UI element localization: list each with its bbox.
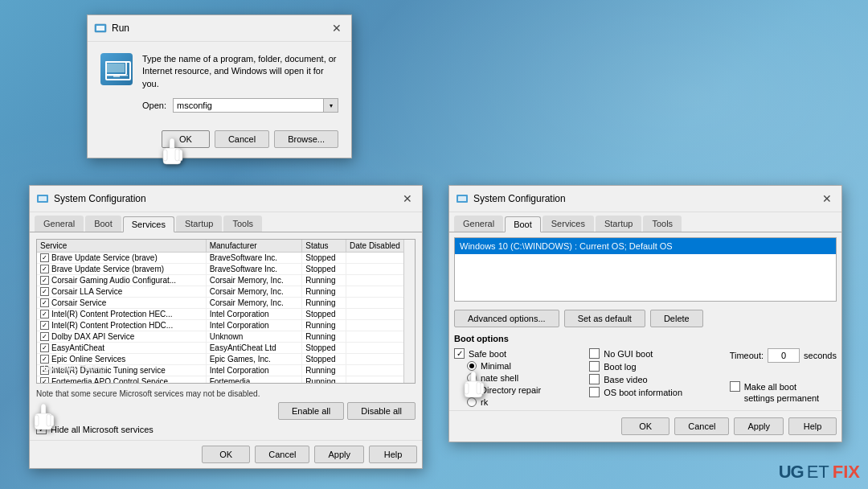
service-manufacturer-cell: BraveSoftware Inc. xyxy=(206,264,302,275)
sysconfig-left-cancel-button[interactable]: Cancel xyxy=(255,446,309,463)
table-row[interactable]: Intel(R) Content Protection HEC... Intel… xyxy=(37,309,415,320)
service-checkbox[interactable] xyxy=(40,321,49,330)
tab-tools[interactable]: Tools xyxy=(223,216,262,232)
table-row[interactable]: Brave Update Service (brave) BraveSoftwa… xyxy=(37,253,415,264)
run-title-text: Run xyxy=(112,23,129,34)
network-label: rk xyxy=(481,397,488,407)
sysconfig-left-ok-button[interactable]: OK xyxy=(202,446,250,463)
timeout-input[interactable] xyxy=(768,348,800,363)
service-name-cell: Intel(R) Content Protection HEC... xyxy=(37,309,206,320)
table-row[interactable]: Intel(R) Content Protection HDC... Intel… xyxy=(37,320,415,331)
make-permanent-checkbox[interactable] xyxy=(730,381,740,392)
timeout-row: Timeout: seconds xyxy=(730,348,837,363)
services-scrollbar[interactable] xyxy=(403,240,415,383)
boot-col-middle: No GUI boot Boot log Base video OS boot … xyxy=(589,348,682,407)
table-row[interactable]: Brave Update Service (bravem) BraveSoftw… xyxy=(37,264,415,275)
no-gui-boot-checkbox[interactable] xyxy=(589,348,600,359)
service-checkbox[interactable] xyxy=(40,298,49,307)
boot-help-button[interactable]: Help xyxy=(788,417,837,435)
table-row[interactable]: Dolby DAX API Service Unknown Running xyxy=(37,331,415,343)
table-row[interactable]: Fortemedia APO Control Service Fortemedi… xyxy=(37,376,415,384)
sysconfig-left-help-button[interactable]: Help xyxy=(369,446,417,463)
base-video-label: Base video xyxy=(604,375,647,384)
hide-microsoft-label: Hide all Microsoft services xyxy=(51,425,154,434)
directory-repair-radio[interactable] xyxy=(467,385,477,395)
run-input[interactable] xyxy=(174,99,323,112)
service-checkbox[interactable] xyxy=(40,310,49,318)
service-status-cell: Running xyxy=(302,298,346,309)
boot-col-left: Safe boot Minimal nate shell Directory r… xyxy=(454,348,541,407)
sysconfig-left-apply-button[interactable]: Apply xyxy=(314,446,364,463)
network-radio[interactable] xyxy=(467,397,477,407)
service-checkbox[interactable] xyxy=(40,276,49,285)
service-name-cell: Corsair Gaming Audio Configurat... xyxy=(37,275,206,286)
svg-rect-19 xyxy=(458,196,466,201)
table-row[interactable]: Corsair Gaming Audio Configurat... Corsa… xyxy=(37,275,415,286)
boot-log-checkbox[interactable] xyxy=(589,361,600,372)
boot-delete-button[interactable]: Delete xyxy=(650,310,703,327)
sysconfig-left-close-button[interactable]: ✕ xyxy=(399,191,416,207)
boot-cancel-button[interactable]: Cancel xyxy=(674,417,729,435)
os-boot-info-checkbox[interactable] xyxy=(589,387,600,397)
boot-apply-button[interactable]: Apply xyxy=(734,417,784,435)
table-row[interactable]: Corsair Service Corsair Memory, Inc. Run… xyxy=(37,298,415,309)
service-checkbox[interactable] xyxy=(40,253,49,262)
hide-microsoft-checkbox[interactable] xyxy=(36,424,47,434)
tab-boot[interactable]: Boot xyxy=(85,216,121,232)
minimal-radio[interactable] xyxy=(467,361,477,371)
run-buttons: OK Cancel Browse... xyxy=(88,124,351,158)
safe-boot-checkbox[interactable] xyxy=(454,348,465,359)
service-checkbox[interactable] xyxy=(40,343,49,352)
alternate-shell-radio[interactable] xyxy=(467,373,477,383)
service-name-cell: Intel(R) Content Protection HDC... xyxy=(37,320,206,331)
base-video-row: Base video xyxy=(589,374,682,384)
run-program-icon xyxy=(100,53,133,85)
run-combobox[interactable]: ▾ xyxy=(173,98,338,113)
boot-set-default-button[interactable]: Set as default xyxy=(564,310,645,327)
hide-row: Hide all Microsoft services xyxy=(33,421,419,437)
right-tab-tools[interactable]: Tools xyxy=(643,216,682,232)
run-cancel-button[interactable]: Cancel xyxy=(215,130,269,148)
tab-startup[interactable]: Startup xyxy=(176,216,222,232)
run-browse-button[interactable]: Browse... xyxy=(274,130,338,148)
run-close-button[interactable]: ✕ xyxy=(329,20,345,36)
service-name-cell: EasyAntiCheat xyxy=(37,343,206,354)
table-row[interactable]: EasyAntiCheat EasyAntiCheat Ltd Stopped xyxy=(37,343,415,354)
safe-boot-row: Safe boot xyxy=(454,348,541,359)
service-checkbox[interactable] xyxy=(40,265,49,273)
right-tab-services[interactable]: Services xyxy=(542,216,594,232)
alternate-shell-label: nate shell xyxy=(481,373,518,383)
tab-general[interactable]: General xyxy=(35,216,84,232)
tab-services[interactable]: Services xyxy=(123,216,174,232)
timeout-label: Timeout: xyxy=(730,351,764,360)
services-action-row: Enable all Disable all xyxy=(33,401,419,421)
boot-advanced-row: Advanced options... Set as default Delet… xyxy=(449,306,841,331)
sysconfig-right-dialog: System Configuration ✕ General Boot Serv… xyxy=(448,185,842,442)
boot-advanced-button[interactable]: Advanced options... xyxy=(454,310,559,327)
right-tab-boot[interactable]: Boot xyxy=(505,216,541,232)
sysconfig-right-close-button[interactable]: ✕ xyxy=(819,191,835,207)
run-ok-button[interactable]: OK xyxy=(162,130,210,148)
no-gui-boot-row: No GUI boot xyxy=(589,348,682,359)
timeout-area: Timeout: seconds Make all boot settings … xyxy=(730,348,837,407)
service-status-cell: Stopped xyxy=(302,309,346,320)
enable-all-button[interactable]: Enable all xyxy=(278,402,344,420)
base-video-checkbox[interactable] xyxy=(589,374,600,384)
right-tab-startup[interactable]: Startup xyxy=(596,216,641,232)
boot-log-label: Boot log xyxy=(604,362,636,372)
service-checkbox[interactable] xyxy=(40,287,49,296)
disable-all-button[interactable]: Disable all xyxy=(347,402,416,420)
service-checkbox[interactable] xyxy=(40,332,49,341)
safe-boot-label: Safe boot xyxy=(469,349,506,359)
minimal-label: Minimal xyxy=(481,361,511,371)
boot-ok-button[interactable]: OK xyxy=(621,417,669,435)
boot-os-entry[interactable]: Windows 10 (C:\WINDOWS) : Current OS; De… xyxy=(455,238,836,254)
run-combobox-arrow[interactable]: ▾ xyxy=(323,99,338,112)
table-row[interactable]: Corsair LLA Service Corsair Memory, Inc.… xyxy=(37,286,415,298)
make-permanent-row: Make all boot settings permanent xyxy=(730,381,826,405)
right-tab-general[interactable]: General xyxy=(454,216,503,232)
svg-rect-5 xyxy=(113,75,120,77)
service-name-cell: Fortemedia APO Control Service xyxy=(37,376,206,384)
service-checkbox[interactable] xyxy=(40,377,49,384)
service-status-cell: Stopped xyxy=(302,264,346,275)
